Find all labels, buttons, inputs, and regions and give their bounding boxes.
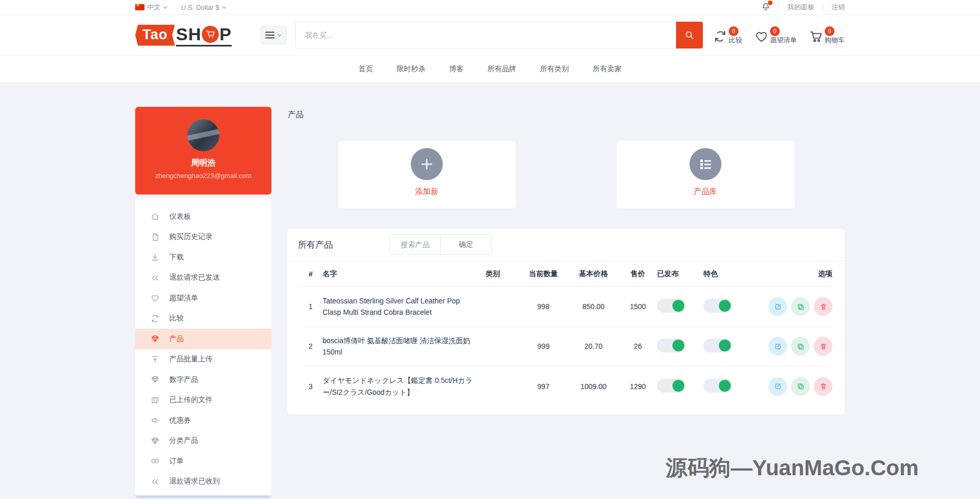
language-selector[interactable]: ★ 中文 [135, 3, 168, 12]
sidebar-item-products[interactable]: 产品 [135, 329, 271, 349]
table-row: 3 ダイヤモンドネックレス【鑑定書 0.5ct/Hカラー/SI2クラス/Good… [300, 366, 832, 406]
product-name[interactable]: boscia博倩叶 氨基酸洁面啫喱 清洁保湿洗面奶 150ml [323, 335, 486, 358]
product-library-card[interactable]: 产品库 [617, 141, 795, 208]
home-icon [151, 212, 159, 221]
sidebar-item-purchase-history[interactable]: 购买历史记录 [135, 227, 271, 248]
featured-toggle[interactable] [703, 379, 732, 393]
sidebar-item-orders[interactable]: 订单 [135, 451, 271, 472]
download-icon [151, 253, 159, 262]
edit-button[interactable] [768, 337, 787, 356]
nav-item-home[interactable]: 首页 [347, 65, 385, 74]
trash-icon [820, 382, 827, 390]
my-panel-link[interactable]: 我的面板 [788, 3, 814, 12]
table-row: 2 boscia博倩叶 氨基酸洁面啫喱 清洁保湿洗面奶 150ml 999 20… [300, 327, 832, 366]
featured-toggle[interactable] [703, 339, 732, 352]
nav-item-all-categories[interactable]: 所有类别 [528, 65, 581, 74]
delete-button[interactable] [814, 297, 832, 316]
duplicate-button[interactable] [791, 337, 810, 356]
all-products-panel: 所有产品 确定 # 名字 类别 当前数量 基本价格 售价 已发布 [287, 229, 845, 414]
content-area: 周明浩 zhengchenghao223@gmail.com 仪表板 购买历史记… [0, 82, 980, 499]
nav-item-blog[interactable]: 博客 [438, 65, 476, 74]
gem-icon [151, 437, 159, 445]
profile-name: 周明浩 [191, 158, 216, 169]
delete-button[interactable] [814, 337, 832, 356]
confirm-button[interactable]: 确定 [440, 234, 492, 255]
rewind-icon [151, 477, 159, 486]
col-header-base-price: 基本价格 [568, 269, 619, 279]
published-toggle[interactable] [657, 299, 686, 313]
search-input[interactable] [295, 22, 676, 49]
published-toggle[interactable] [657, 379, 686, 393]
cart-icon [809, 29, 823, 43]
wishlist-button[interactable]: 0 愿望清单 [754, 26, 797, 44]
product-qty: 998 [519, 302, 568, 311]
sidebar-item-label: 产品批量上传 [169, 355, 213, 364]
logo-tao-ribbon: Tao [135, 25, 175, 46]
megaphone-icon [151, 416, 159, 425]
search-button[interactable] [676, 22, 703, 49]
product-base-price: 20.70 [568, 342, 619, 350]
wishlist-label: 愿望清单 [770, 37, 797, 44]
logo[interactable]: Tao SH P [135, 24, 232, 46]
nav-item-flash-deals[interactable]: 限时秒杀 [385, 65, 438, 74]
nav-item-all-brands[interactable]: 所有品牌 [476, 65, 528, 74]
hamburger-icon [265, 31, 275, 39]
delete-button[interactable] [814, 377, 832, 396]
product-sale-price: 26 [619, 342, 657, 350]
sidebar-item-uploaded-files[interactable]: 已上传的文件 [135, 390, 271, 411]
gem-icon [151, 334, 159, 343]
product-qty: 997 [519, 382, 568, 391]
published-toggle[interactable] [657, 339, 686, 352]
cart-count-badge: 0 [825, 26, 834, 36]
product-name[interactable]: Tateossian Sterling Silver Calf Leather … [323, 295, 486, 318]
avatar[interactable] [187, 119, 219, 151]
add-new-product-card[interactable]: 添加新 [338, 141, 516, 208]
plus-icon [411, 148, 443, 180]
sidebar-item-classified-products[interactable]: 分类产品 [135, 431, 271, 452]
sidebar-item-coupons[interactable]: 优惠券 [135, 410, 271, 431]
logo-sh-text: SH [176, 24, 201, 44]
edit-button[interactable] [768, 297, 787, 316]
sidebar-item-downloads[interactable]: 下载 [135, 247, 271, 268]
chevron-down-icon [277, 33, 282, 38]
compare-button[interactable]: 0 比较 [713, 26, 742, 44]
table-row: 1 Tateossian Sterling Silver Calf Leathe… [300, 287, 832, 327]
product-library-label: 产品库 [694, 187, 717, 197]
sidebar-item-label: 优惠券 [169, 416, 191, 425]
sidebar-item-compare[interactable]: 比较 [135, 309, 271, 329]
sidebar-item-wishlist[interactable]: 愿望清单 [135, 288, 271, 309]
category-menu-button[interactable] [261, 26, 286, 44]
currency-selector[interactable]: U.S. Dollar $ [181, 4, 227, 11]
duplicate-button[interactable] [791, 297, 810, 316]
sidebar-item-bulk-upload[interactable]: 产品批量上传 [135, 349, 271, 370]
duplicate-button[interactable] [791, 377, 810, 396]
product-base-price: 850.00 [568, 302, 619, 311]
product-name[interactable]: ダイヤモンドネックレス【鑑定書 0.5ct/Hカラー/SI2クラス/Goodカッ… [323, 375, 486, 398]
notifications-button[interactable] [761, 2, 770, 13]
edit-button[interactable] [768, 377, 787, 396]
profile-email: zhengchenghao223@gmail.com [155, 172, 252, 180]
sidebar-item-refund-sent[interactable]: 退款请求已发送 [135, 268, 271, 288]
sidebar-item-refund-received[interactable]: 退款请求已收到 [135, 472, 271, 492]
col-header-qty: 当前数量 [519, 269, 568, 279]
sidebar-item-digital-products[interactable]: 数字产品 [135, 369, 271, 390]
add-new-label: 添加新 [415, 187, 439, 197]
sidebar-item-label: 产品 [169, 334, 184, 344]
sidebar-item-label: 数字产品 [169, 375, 198, 384]
col-header-published: 已发布 [657, 269, 703, 279]
product-search-input[interactable] [390, 234, 441, 255]
copy-icon [797, 303, 805, 311]
search-bar [295, 22, 703, 49]
logout-link[interactable]: 注销 [831, 3, 845, 12]
col-header-sale-price: 售价 [619, 269, 657, 279]
banknote-icon [151, 457, 159, 465]
featured-toggle[interactable] [703, 299, 732, 313]
nav-item-all-sellers[interactable]: 所有卖家 [581, 65, 634, 74]
product-sale-price: 1500 [619, 302, 657, 311]
edit-icon [774, 343, 782, 350]
sidebar-item-dashboard[interactable]: 仪表板 [135, 206, 271, 227]
cart-button[interactable]: 0 购物车 [809, 26, 845, 44]
copy-icon [797, 343, 805, 350]
language-label: 中文 [147, 3, 160, 12]
sidebar-item-label: 愿望清单 [169, 294, 198, 303]
